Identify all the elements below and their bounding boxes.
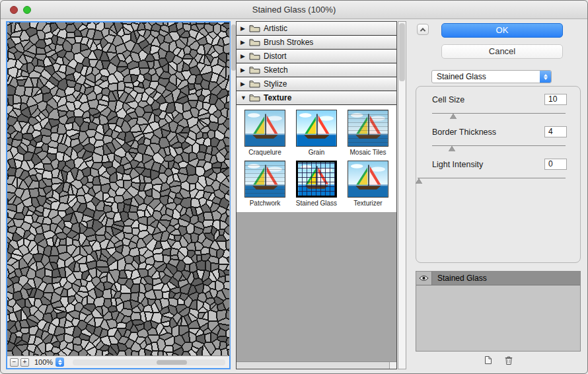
- triangle-right-icon: ▶: [240, 25, 249, 32]
- preview-pane: − + 100%: [6, 21, 231, 369]
- grain-preview-image: [296, 110, 337, 147]
- cell-size-control: Cell Size 10: [432, 93, 567, 116]
- filter-select-value: Stained Glass: [432, 72, 540, 81]
- ok-button[interactable]: OK: [441, 23, 563, 38]
- collapse-panel-button[interactable]: [417, 24, 429, 35]
- filter-list-hscroll[interactable]: [237, 361, 396, 369]
- cell-size-slider[interactable]: [432, 113, 566, 116]
- thumbnail-label: Stained Glass: [296, 200, 337, 207]
- preview-hscroll-thumb[interactable]: [157, 360, 187, 365]
- category-label: Distort: [264, 52, 287, 61]
- visibility-toggle[interactable]: [416, 272, 432, 285]
- filter-list-scroll-thumb[interactable]: [399, 23, 405, 81]
- filter-list-scrollbar[interactable]: [398, 21, 406, 369]
- zoom-level-value: 100%: [34, 358, 53, 366]
- preview-vertical-scrollbar[interactable]: [229, 22, 230, 355]
- close-button[interactable]: [10, 6, 18, 14]
- cell-size-slider-thumb[interactable]: [450, 110, 457, 119]
- cancel-button[interactable]: Cancel: [441, 44, 563, 59]
- category-row-stylize[interactable]: ▶ Stylize: [237, 77, 396, 91]
- new-effect-layer-button[interactable]: [480, 354, 496, 366]
- border-thickness-label: Border Thickness: [432, 128, 496, 137]
- light-intensity-label: Light Intensity: [432, 160, 483, 169]
- zoom-stepper-icon[interactable]: [55, 357, 64, 367]
- category-row-distort[interactable]: ▶ Distort: [237, 50, 396, 63]
- filter-category-list: ▶ Artistic ▶ Brush Strokes ▶ Distort ▶ S…: [236, 21, 397, 369]
- zoom-in-button[interactable]: +: [20, 358, 29, 367]
- border-thickness-control: Border Thickness 4: [432, 126, 567, 148]
- cell-size-label: Cell Size: [432, 95, 464, 104]
- category-label: Sketch: [264, 65, 288, 75]
- preview-horizontal-scrollbar[interactable]: [73, 359, 225, 365]
- category-label: Texture: [264, 93, 291, 102]
- filter-thumbnail-stained-glass[interactable]: Stained Glass: [292, 161, 341, 207]
- light-intensity-input[interactable]: 0: [544, 159, 567, 170]
- thumbnail-label: Craquelure: [248, 149, 281, 156]
- effect-layer-row[interactable]: Stained Glass: [416, 272, 580, 285]
- triangle-right-icon: ▶: [240, 81, 249, 87]
- delete-effect-layer-button[interactable]: [501, 354, 517, 366]
- category-row-artistic[interactable]: ▶ Artistic: [237, 22, 396, 36]
- category-label: Stylize: [264, 79, 287, 89]
- filter-thumbnail-mosaic-tiles[interactable]: Mosaic Tiles: [344, 110, 392, 156]
- category-label: Artistic: [264, 24, 287, 33]
- filter-thumbnail-texturizer[interactable]: Texturizer: [344, 161, 392, 207]
- window-title: Stained Glass (100%): [1, 1, 587, 19]
- cell-size-input[interactable]: 10: [544, 94, 567, 105]
- category-row-texture[interactable]: ▼ Texture: [237, 91, 396, 105]
- folder-icon: [249, 52, 260, 60]
- stained-glass-preview-thumb: [296, 161, 337, 198]
- category-row-brush-strokes[interactable]: ▶ Brush Strokes: [237, 36, 396, 50]
- zoom-level-select[interactable]: 100%: [34, 357, 64, 367]
- craquelure-preview-image: [244, 110, 285, 147]
- texturizer-preview-image: [348, 161, 388, 198]
- trash-icon: [504, 355, 513, 365]
- filter-gallery-window: Stained Glass (100%) − + 100%: [0, 0, 588, 374]
- light-intensity-control: Light Intensity 0: [432, 158, 567, 180]
- thumbnail-label: Mosaic Tiles: [349, 149, 386, 156]
- border-thickness-slider-thumb[interactable]: [449, 143, 455, 151]
- preview-vscroll-thumb[interactable]: [231, 24, 236, 71]
- stained-glass-preview-image[interactable]: [7, 22, 229, 355]
- select-stepper-icon: [540, 71, 551, 83]
- mosaic-tiles-preview-image: [348, 110, 388, 147]
- filter-thumbnail-patchwork[interactable]: Patchwork: [240, 161, 289, 207]
- new-layer-icon: [482, 355, 493, 365]
- titlebar: Stained Glass (100%): [1, 1, 587, 19]
- border-thickness-input[interactable]: 4: [544, 126, 567, 137]
- triangle-right-icon: ▶: [240, 53, 249, 59]
- open-folder-icon: [249, 94, 260, 102]
- effect-layer-actions: [416, 353, 581, 367]
- filter-thumbnail-grain[interactable]: Grain: [292, 110, 341, 156]
- patchwork-preview-image: [244, 161, 285, 198]
- folder-icon: [249, 66, 260, 74]
- folder-icon: [249, 24, 260, 32]
- zoom-out-button[interactable]: −: [10, 358, 18, 367]
- effect-layers-panel: Stained Glass: [416, 271, 581, 352]
- category-label: Brush Strokes: [264, 38, 313, 47]
- filter-thumbnail-grid: Craquelure Grain Mosaic Tiles Patchwork …: [237, 105, 396, 212]
- light-intensity-slider[interactable]: [418, 178, 566, 180]
- chevron-up-icon: [420, 28, 425, 33]
- triangle-right-icon: ▶: [240, 39, 249, 46]
- triangle-right-icon: ▶: [240, 67, 249, 73]
- category-row-sketch[interactable]: ▶ Sketch: [237, 63, 396, 77]
- filter-select-dropdown[interactable]: Stained Glass: [431, 70, 552, 83]
- eye-icon: [419, 275, 429, 281]
- preview-statusbar: − + 100%: [7, 355, 229, 368]
- window-zoom-button[interactable]: [23, 6, 31, 14]
- triangle-down-icon: ▼: [240, 94, 249, 101]
- filter-settings-panel: Cell Size 10 Border Thickness 4 Light: [416, 86, 581, 263]
- thumbnail-label: Grain: [309, 149, 324, 156]
- dialog-content: − + 100% ▶ Artistic ▶: [1, 19, 587, 374]
- filter-list-empty-area: [237, 212, 396, 361]
- filter-thumbnail-craquelure[interactable]: Craquelure: [240, 110, 289, 156]
- light-intensity-slider-thumb[interactable]: [416, 175, 422, 184]
- effect-layer-label: Stained Glass: [432, 272, 487, 285]
- folder-icon: [249, 80, 260, 88]
- border-thickness-slider[interactable]: [432, 145, 566, 148]
- thumbnail-label: Patchwork: [250, 200, 281, 207]
- scrollbar-corner: [389, 362, 396, 369]
- folder-icon: [249, 38, 260, 46]
- thumbnail-label: Texturizer: [353, 200, 382, 207]
